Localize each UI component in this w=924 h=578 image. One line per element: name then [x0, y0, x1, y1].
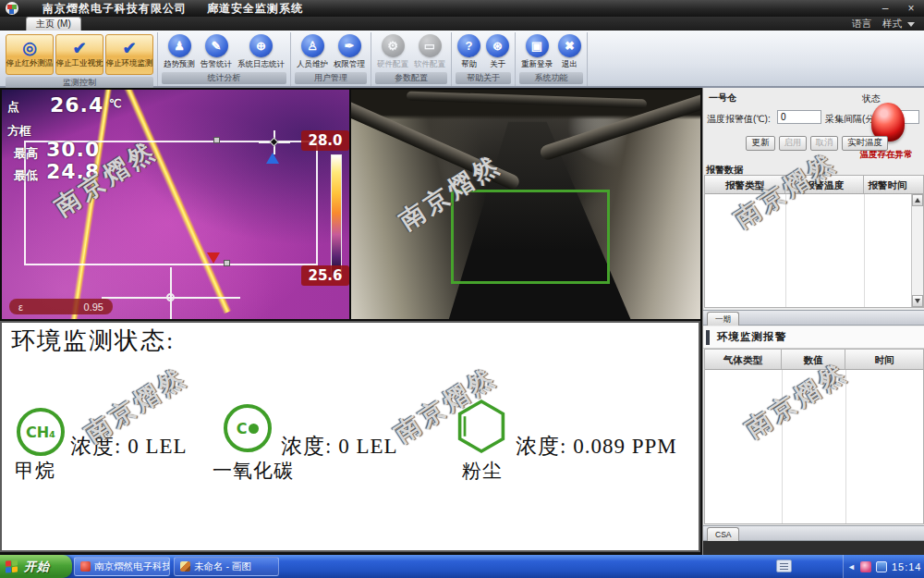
tab-csa[interactable]: CSA — [707, 527, 739, 541]
help-button[interactable]: ? 帮助 — [456, 34, 482, 70]
tab-phase-1[interactable]: 一期 — [707, 312, 739, 326]
taskbar-task-paint[interactable]: 未命名 - 画图 — [174, 557, 279, 576]
update-button[interactable]: 更新 — [746, 136, 775, 151]
check-icon: ✔ — [72, 40, 86, 57]
monitor-icon: ▭ — [419, 34, 442, 57]
temp-alarm-input[interactable] — [777, 110, 821, 124]
permission-mgmt-button[interactable]: ✒ 权限管理 — [332, 34, 367, 70]
app-window: 南京熠然电子科技有限公司 廊道安全监测系统 – × 主页 (M) 语言 样式 ◎… — [0, 0, 924, 578]
syslog-stats-button[interactable]: ⊕ 系统日志统计 — [236, 34, 286, 70]
ribbon-toolbar: ◎ 停止红外测温 ✔ 停止工业视觉 ✔ 停止环境监测 监测控制 ♟ 趋势预测 — [0, 31, 924, 88]
stop-env-monitor-button[interactable]: ✔ 停止环境监测 — [105, 34, 153, 75]
relogin-button[interactable]: ▣ 重新登录 — [519, 34, 554, 70]
menu-style[interactable]: 样式 — [882, 18, 902, 31]
start-button[interactable]: 开始 — [0, 555, 72, 578]
gas-reading-methane: 浓度: 0 LEL — [70, 432, 188, 461]
menu-language[interactable]: 语言 — [852, 18, 871, 31]
x-icon: ✖ — [558, 34, 581, 57]
minimize-button[interactable]: – — [878, 2, 893, 15]
stop-infrared-button[interactable]: ◎ 停止红外测温 — [6, 34, 54, 75]
status-label: 状态 — [862, 92, 881, 105]
max-value: 30.0 — [46, 138, 100, 161]
csa-tab-strip: CSA — [703, 525, 924, 541]
enable-button[interactable]: 启用 — [779, 136, 807, 151]
person-walking-icon: ♟ — [168, 34, 191, 57]
box-label: 方框 — [7, 123, 31, 140]
scale-high-badge: 28.0 — [301, 130, 349, 151]
tab-home[interactable]: 主页 (M) — [26, 17, 81, 31]
alarm-stats-button[interactable]: ✎ 告警统计 — [199, 34, 234, 70]
scale-low-badge: 25.6 — [301, 265, 349, 286]
phase-tab-strip: 一期 — [703, 310, 924, 326]
exit-button[interactable]: ✖ 退出 — [556, 34, 583, 70]
tray-chevron-icon[interactable]: ◄ — [847, 562, 856, 572]
group-label-help: 帮助关于 — [456, 72, 511, 84]
env-status-panel: 环境监测状态: CH₄ 甲烷 浓度: 0 LEL C 一氧化碳 浓度: 0 LE… — [0, 321, 700, 552]
temp-unit: ℃ — [109, 97, 121, 110]
panel-bottom-edge — [703, 541, 924, 555]
stop-vision-button[interactable]: ✔ 停止工业视觉 — [55, 34, 103, 75]
scroll-down-icon[interactable] — [912, 295, 923, 307]
env-col-value[interactable]: 数值 — [782, 350, 845, 369]
accent-bar — [706, 330, 710, 345]
dust-hexagon-icon — [456, 399, 506, 454]
ribbon-group-parameters: ⚙ 硬件配置 ▭ 软件配置 参数配置 — [371, 32, 452, 86]
globe-chat-icon: ⊛ — [486, 34, 509, 57]
group-label-system: 系统功能 — [519, 72, 583, 84]
gas-reading-dust: 浓度: 0.089 PPM — [516, 432, 677, 461]
staff-maintenance-button[interactable]: ♙ 人员维护 — [295, 34, 330, 70]
tray-clock: 15:14 — [892, 561, 922, 572]
title-bar: 南京熠然电子科技有限公司 廊道安全监测系统 – × — [0, 0, 924, 17]
emissivity-bar: ε 0.95 — [9, 299, 113, 314]
thermal-camera-view: 点 26.4 ℃ 方框 最高 30.0 最低 24.8 28.0 25.6 ε … — [2, 90, 349, 319]
close-button[interactable]: × — [904, 2, 918, 15]
detection-box — [451, 190, 610, 284]
chevron-down-icon[interactable] — [907, 22, 915, 27]
question-icon: ? — [457, 34, 480, 57]
tray-icon[interactable] — [876, 561, 887, 572]
hardware-config-button[interactable]: ⚙ 硬件配置 — [375, 34, 410, 70]
emissivity-symbol: ε — [18, 301, 23, 313]
env-col-gas[interactable]: 气体类型 — [705, 350, 782, 369]
min-marker-icon — [207, 252, 220, 264]
windows-flag-icon — [6, 560, 19, 573]
pipe — [351, 99, 521, 191]
industrial-camera-view — [351, 90, 700, 319]
person-icon: ♙ — [301, 34, 324, 57]
max-marker-icon — [266, 153, 279, 164]
temp-alarm-label: 温度报警值(℃): — [707, 113, 771, 126]
cancel-button[interactable]: 取消 — [810, 136, 838, 151]
gas-name-dust: 粉尘 — [462, 458, 503, 484]
min-value: 24.8 — [46, 160, 100, 183]
trend-forecast-button[interactable]: ♟ 趋势预测 — [162, 34, 197, 70]
group-label-statistics: 统计分析 — [162, 72, 286, 84]
ribbon-group-help: ? 帮助 ⊛ 关于 帮助关于 — [452, 32, 516, 86]
group-label-parameters: 参数配置 — [375, 72, 447, 84]
box-handle — [213, 137, 220, 143]
point-value: 26.4 — [50, 93, 103, 117]
pipe — [407, 91, 647, 108]
alarm-col-type[interactable]: 报警类型 — [705, 176, 785, 193]
check-icon: ✔ — [122, 40, 136, 57]
ribbon-group-system: ▣ 重新登录 ✖ 退出 系统功能 — [516, 32, 588, 86]
alarm-table: 报警类型 报警温度 报警时间 — [704, 175, 924, 308]
tray-icon[interactable] — [860, 561, 871, 572]
company-app-icon — [80, 561, 91, 572]
pencil-icon: ✎ — [205, 34, 228, 57]
taskbar-task-app[interactable]: 南京熠然电子科技... — [74, 557, 170, 576]
software-config-button[interactable]: ▭ 软件配置 — [412, 34, 447, 70]
realtime-temp-button[interactable]: 实时温度 — [842, 136, 888, 151]
methane-icon: CH₄ — [17, 408, 65, 456]
language-bar-icon[interactable] — [776, 560, 792, 572]
paint-app-icon — [180, 561, 190, 572]
alarm-table-scrollbar[interactable] — [911, 194, 923, 307]
env-alarm-header: 环境监测报警 — [703, 326, 924, 349]
window-subtitle: 廊道安全监测系统 — [207, 1, 303, 17]
alarm-col-time[interactable]: 报警时间 — [864, 176, 911, 193]
gear-icon: ⚙ — [382, 34, 405, 57]
env-col-time[interactable]: 时间 — [845, 350, 923, 369]
scroll-up-icon[interactable] — [912, 194, 923, 206]
gas-name-methane: 甲烷 — [15, 458, 55, 484]
alarm-col-temp[interactable]: 报警温度 — [785, 176, 864, 193]
about-button[interactable]: ⊛ 关于 — [484, 34, 511, 70]
